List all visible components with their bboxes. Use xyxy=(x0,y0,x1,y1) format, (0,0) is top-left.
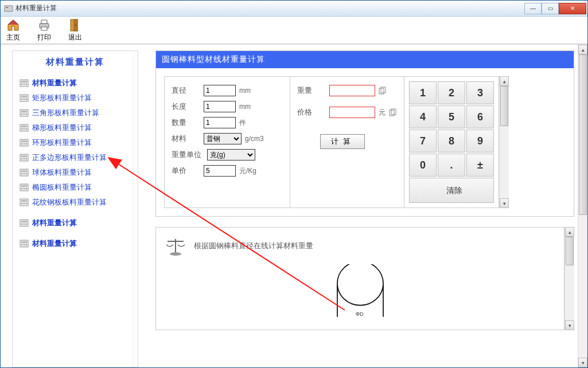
sidebar-item-label: 材料重量计算 xyxy=(32,218,77,228)
svg-rect-52 xyxy=(26,203,27,204)
svg-rect-0 xyxy=(5,6,13,11)
svg-rect-55 xyxy=(21,224,22,225)
calculate-button[interactable]: 计算 xyxy=(320,134,365,149)
svg-rect-10 xyxy=(21,84,22,85)
result-price-unit: 元 xyxy=(379,108,385,118)
calc-panel: 圆钢棒料型材线材重量计算 直径 mm 长度 xyxy=(155,50,574,217)
svg-rect-26 xyxy=(24,128,25,130)
svg-rect-29 xyxy=(21,140,27,142)
home-button[interactable]: 主页 xyxy=(6,18,20,42)
material-select[interactable]: 普钢 xyxy=(204,133,242,144)
diameter-input[interactable] xyxy=(204,85,236,96)
key-1[interactable]: 1 xyxy=(409,81,437,104)
close-button[interactable]: ✕ xyxy=(559,3,586,14)
key-2[interactable]: 2 xyxy=(438,81,465,104)
sidebar-item[interactable]: 花纹钢板板料重量计算 xyxy=(20,195,138,210)
scroll-up-icon[interactable]: ▴ xyxy=(500,76,509,86)
sidebar-item[interactable]: 梯形板料重量计算 xyxy=(20,120,138,135)
result-weight-input[interactable] xyxy=(329,85,375,96)
sidebar-item[interactable]: 球体板料重量计算 xyxy=(20,165,138,180)
key-5[interactable]: 5 xyxy=(438,105,465,128)
home-label: 主页 xyxy=(6,33,20,42)
svg-rect-58 xyxy=(20,240,28,247)
weight-unit-label: 重量单位 xyxy=(172,150,204,160)
material-label: 材料 xyxy=(172,134,200,144)
key-0[interactable]: 0 xyxy=(409,154,437,177)
svg-rect-22 xyxy=(26,113,27,115)
maximize-button[interactable]: ▭ xyxy=(542,3,559,14)
sidebar-item[interactable]: 材料重量计算 xyxy=(20,216,138,230)
sidebar-item-label: 梯形板料重量计算 xyxy=(32,123,92,133)
svg-rect-43 xyxy=(20,184,28,191)
desc-scrollbar[interactable]: ▴ ▾ xyxy=(564,227,574,330)
main-scrollbar[interactable]: ▴ ▾ xyxy=(578,45,587,367)
keypad: 1 2 3 4 5 6 7 8 9 0 . ± xyxy=(404,76,499,208)
price-label: 单价 xyxy=(172,166,200,176)
key-9[interactable]: 9 xyxy=(466,130,494,152)
sidebar-item[interactable]: 材料重量计算 xyxy=(20,76,138,91)
print-label: 打印 xyxy=(37,33,51,42)
result-price-input[interactable] xyxy=(329,107,375,118)
sidebar-item[interactable]: 椭圆板料重量计算 xyxy=(20,180,138,195)
key-clear[interactable]: 清除 xyxy=(409,178,494,203)
minimize-button[interactable]: — xyxy=(524,3,542,14)
panel-scrollbar[interactable]: ▴ ▾ xyxy=(499,76,509,208)
key-3[interactable]: 3 xyxy=(466,81,494,104)
svg-point-69 xyxy=(170,252,181,256)
scroll-thumb[interactable] xyxy=(579,54,587,215)
svg-rect-9 xyxy=(21,81,27,83)
svg-rect-62 xyxy=(26,244,27,245)
copy-icon[interactable] xyxy=(389,108,397,116)
svg-rect-46 xyxy=(24,188,25,189)
price-input[interactable] xyxy=(204,165,236,177)
scroll-thumb[interactable] xyxy=(500,86,508,126)
svg-rect-57 xyxy=(26,224,27,225)
sidebar-item[interactable]: 环形板料重量计算 xyxy=(20,135,138,150)
key-7[interactable]: 7 xyxy=(409,130,437,152)
toolbar: 主页 打印 退出 xyxy=(1,17,587,44)
scroll-down-icon[interactable]: ▾ xyxy=(500,198,509,208)
result-price-label: 价格 xyxy=(297,107,326,118)
scroll-down-icon[interactable]: ▾ xyxy=(578,358,587,367)
sidebar-item-label: 三角形板料重量计算 xyxy=(32,108,99,118)
weight-unit-select[interactable]: 克(g) xyxy=(207,149,255,160)
scroll-up-icon[interactable]: ▴ xyxy=(578,45,587,54)
svg-rect-12 xyxy=(26,84,27,85)
svg-rect-16 xyxy=(24,99,25,100)
exit-icon xyxy=(68,18,82,32)
sidebar-item[interactable]: 正多边形板料重量计算 xyxy=(20,150,138,165)
scroll-up-icon[interactable]: ▴ xyxy=(565,227,574,237)
key-6[interactable]: 6 xyxy=(466,105,494,128)
print-button[interactable]: 打印 xyxy=(37,18,51,42)
scroll-thumb[interactable] xyxy=(566,237,574,265)
sidebar-item[interactable]: 三角形板料重量计算 xyxy=(20,105,138,120)
calculator-icon xyxy=(20,79,29,87)
key-dot[interactable]: . xyxy=(438,154,465,177)
sidebar-list: 材料重量计算矩形板料重量计算三角形板料重量计算梯形板料重量计算环形板料重量计算正… xyxy=(13,73,138,251)
svg-rect-31 xyxy=(24,143,25,144)
length-input[interactable] xyxy=(204,101,236,112)
calculator-icon xyxy=(20,169,29,177)
svg-rect-41 xyxy=(24,173,25,174)
sidebar-item-label: 矩形板料重量计算 xyxy=(32,93,92,103)
sidebar-item[interactable]: 材料重量计算 xyxy=(20,236,138,251)
svg-rect-32 xyxy=(26,143,27,144)
sidebar-title: 材料重量计算 xyxy=(13,53,138,73)
svg-rect-36 xyxy=(24,158,25,159)
sidebar-item[interactable]: 矩形板料重量计算 xyxy=(20,91,138,105)
svg-rect-27 xyxy=(26,128,27,130)
app-icon xyxy=(4,4,13,13)
qty-input[interactable] xyxy=(204,117,236,128)
key-8[interactable]: 8 xyxy=(438,130,465,152)
sidebar-item-label: 花纹钢板板料重量计算 xyxy=(32,197,107,208)
key-4[interactable]: 4 xyxy=(409,105,437,128)
exit-button[interactable]: 退出 xyxy=(68,18,82,42)
svg-rect-28 xyxy=(20,139,28,146)
sidebar-item-label: 球体板料重量计算 xyxy=(32,167,92,178)
calculator-icon xyxy=(20,183,29,191)
key-plusminus[interactable]: ± xyxy=(466,154,494,177)
calculator-icon xyxy=(20,94,29,102)
copy-icon[interactable] xyxy=(379,87,387,95)
price-unit: 元/Kg xyxy=(239,166,256,176)
scroll-down-icon[interactable]: ▾ xyxy=(565,320,574,330)
